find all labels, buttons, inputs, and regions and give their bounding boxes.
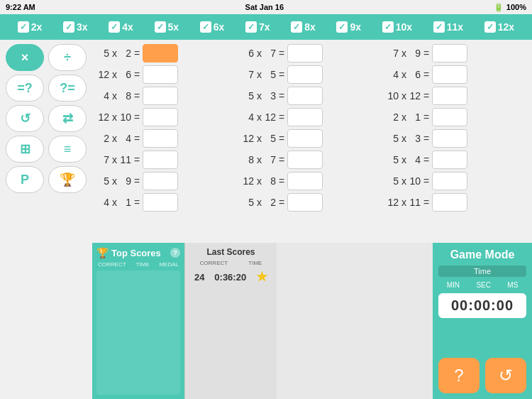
answer-input[interactable] (143, 87, 178, 105)
top-scores-col-time: TIME (135, 261, 149, 268)
problem-b: 2 (120, 48, 131, 59)
problem-row: 7 x 9 = (387, 44, 526, 62)
list-button[interactable]: ≡ (48, 136, 87, 163)
sec-label: SEC (476, 281, 491, 289)
checkbox-item-3x[interactable]: 3x (63, 21, 88, 33)
last-scores-title: Last Scores (189, 247, 272, 257)
checkbox-12x[interactable] (484, 21, 496, 33)
problem-b: 9 (120, 175, 131, 187)
problem-b: 10 (409, 175, 421, 187)
answer-input[interactable] (432, 87, 467, 105)
game-refresh-button[interactable]: ↺ (485, 358, 526, 393)
problem-b: 6 (409, 69, 421, 80)
help-button[interactable]: ? (438, 358, 480, 393)
checkbox-item-10x[interactable]: 10x (382, 21, 412, 33)
time-sub-labels: MIN SEC MS (438, 281, 526, 289)
problem-a: 5 (98, 48, 109, 59)
multiply-sign: x (401, 154, 406, 165)
multiply-sign: x (112, 90, 117, 102)
answer-input[interactable] (287, 129, 323, 148)
problem-b: 4 (409, 154, 421, 165)
numpad (277, 243, 433, 399)
answer-input[interactable] (287, 172, 323, 190)
checkbox-item-2x[interactable]: 2x (18, 21, 43, 33)
multiply-button[interactable]: × (6, 44, 44, 71)
answer-input[interactable] (143, 65, 178, 84)
equals-sign: = (423, 175, 429, 187)
shuffle-button[interactable]: ⇄ (48, 105, 87, 132)
problem-row: 5 x 3 = (387, 129, 526, 148)
problem-row: 5 x 4 = (387, 151, 526, 169)
answer-input[interactable] (143, 129, 178, 148)
answer-input[interactable] (143, 193, 178, 212)
checkbox-9x[interactable] (336, 21, 348, 33)
checkbox-11x[interactable] (433, 21, 445, 33)
checkbox-item-8x[interactable]: 8x (291, 21, 316, 33)
multiply-sign: x (112, 175, 117, 187)
checkbox-7x[interactable] (245, 21, 257, 33)
answer-input[interactable] (432, 172, 467, 190)
checkbox-item-6x[interactable]: 6x (200, 21, 225, 33)
top-scores-info-button[interactable]: ? (170, 248, 180, 258)
problem-a: 12 (243, 175, 254, 187)
answer-input[interactable] (287, 44, 323, 62)
answer-input[interactable] (143, 108, 178, 126)
problem-b: 9 (409, 48, 421, 59)
checkbox-item-11x[interactable]: 11x (433, 21, 463, 33)
answer-input[interactable] (143, 44, 178, 62)
last-score-row: 24 0:36:20 ★ (189, 269, 272, 285)
answer-input[interactable] (143, 151, 178, 169)
equals-button[interactable]: =? (6, 75, 44, 102)
checkbox-item-12x[interactable]: 12x (484, 21, 514, 33)
answer-input[interactable] (287, 87, 323, 105)
trophy-button[interactable]: 🏆 (48, 166, 87, 193)
checkbox-4x[interactable] (109, 21, 120, 33)
checkbox-item-4x[interactable]: 4x (109, 21, 133, 33)
problem-a: 5 (387, 154, 399, 165)
multiply-sign: x (401, 48, 406, 59)
refresh-button[interactable]: ↺ (6, 105, 44, 132)
checkbox-3x[interactable] (63, 21, 74, 33)
answer-input[interactable] (287, 65, 323, 84)
grid-button[interactable]: ⊞ (6, 136, 44, 163)
answer-input[interactable] (432, 65, 467, 84)
last-score-time: 0:36:20 (214, 272, 246, 283)
problem-b: 7 (265, 48, 276, 59)
divide-button[interactable]: ÷ (48, 44, 87, 71)
multiply-sign: x (401, 111, 406, 123)
problem-row: 5 x 3 = (243, 87, 382, 105)
equals-sign: = (279, 111, 284, 123)
ctrl-row-2: =? ?= (6, 75, 87, 102)
answer-input[interactable] (432, 108, 467, 126)
multiplier-label-3x: 3x (77, 21, 88, 33)
checkbox-2x[interactable] (18, 21, 29, 33)
equals-sign: = (423, 69, 429, 80)
checkbox-5x[interactable] (155, 21, 166, 33)
status-time: 9:22 AM (6, 3, 35, 11)
answer-input[interactable] (143, 172, 178, 190)
answer-input[interactable] (432, 129, 467, 148)
answer-input[interactable] (287, 151, 323, 169)
multiply-sign: x (401, 90, 406, 102)
answer-input[interactable] (432, 44, 467, 62)
question-button[interactable]: ?= (48, 75, 87, 102)
answer-input[interactable] (432, 193, 467, 212)
checkbox-item-9x[interactable]: 9x (336, 21, 361, 33)
checkbox-6x[interactable] (200, 21, 211, 33)
answer-input[interactable] (287, 193, 323, 212)
checkbox-10x[interactable] (382, 21, 394, 33)
equals-sign: = (279, 197, 284, 208)
multiplier-label-11x: 11x (447, 21, 463, 33)
equals-sign: = (279, 48, 284, 59)
equals-sign: = (279, 90, 284, 102)
player-button[interactable]: P (6, 166, 44, 193)
problem-b: 8 (265, 175, 276, 187)
checkbox-8x[interactable] (291, 21, 302, 33)
multiply-sign: x (257, 197, 262, 208)
answer-input[interactable] (287, 108, 323, 126)
checkbox-item-7x[interactable]: 7x (245, 21, 270, 33)
problem-b: 12 (265, 111, 276, 123)
problems-col-1: 5 x 2 = 12 x 6 = 4 x 8 = 12 x (95, 44, 240, 239)
answer-input[interactable] (432, 151, 467, 169)
checkbox-item-5x[interactable]: 5x (155, 21, 179, 33)
